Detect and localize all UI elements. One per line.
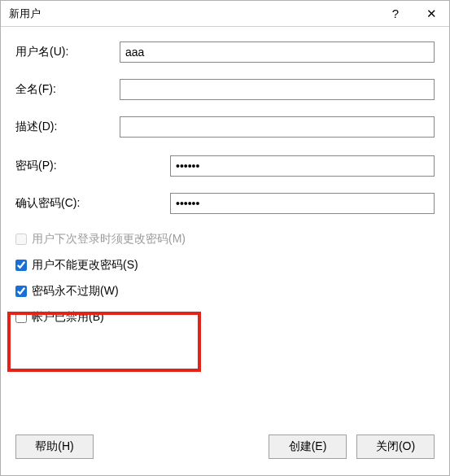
check-account-disabled[interactable]: 帐户已禁用(B) [15,310,435,325]
input-confirm-password[interactable] [170,193,435,214]
check-never-expires-label: 密码永不过期(W) [32,284,119,299]
password-section: 密码(P): 确认密码(C): [15,155,435,214]
new-user-dialog: 新用户 ? ✕ 用户名(U): 全名(F): 描述(D): 密码(P): 确认密… [0,0,450,476]
checkbox-never-expires[interactable] [15,286,27,297]
close-icon[interactable]: ✕ [413,1,449,27]
checkbox-cannot-change[interactable] [15,260,27,271]
label-username: 用户名(U): [15,45,120,59]
row-username: 用户名(U): [15,41,435,63]
label-description: 描述(D): [15,120,120,134]
input-fullname[interactable] [120,79,435,100]
dialog-title: 新用户 [9,7,378,21]
row-fullname: 全名(F): [15,79,435,100]
row-description: 描述(D): [15,116,435,138]
row-confirm-password: 确认密码(C): [15,193,435,214]
check-must-change-label: 用户下次登录时须更改密码(M) [32,232,186,247]
input-username[interactable] [120,41,435,63]
check-never-expires[interactable]: 密码永不过期(W) [15,284,435,299]
close-button[interactable]: 关闭(O) [356,435,435,459]
check-cannot-change[interactable]: 用户不能更改密码(S) [15,258,435,273]
create-button[interactable]: 创建(E) [269,435,347,459]
check-account-disabled-label: 帐户已禁用(B) [32,310,104,325]
button-bar: 帮助(H) 创建(E) 关闭(O) [1,423,449,475]
titlebar: 新用户 ? ✕ [1,1,449,27]
check-must-change: 用户下次登录时须更改密码(M) [15,232,435,247]
label-confirm-password: 确认密码(C): [15,196,170,211]
checkbox-must-change [15,234,27,245]
checkbox-group: 用户下次登录时须更改密码(M) 用户不能更改密码(S) 密码永不过期(W) 帐户… [15,232,435,325]
dialog-body: 用户名(U): 全名(F): 描述(D): 密码(P): 确认密码(C): [1,27,449,423]
help-icon[interactable]: ? [378,1,413,27]
label-fullname: 全名(F): [15,82,120,97]
input-password[interactable] [170,155,435,177]
row-password: 密码(P): [15,155,435,177]
label-password: 密码(P): [15,159,170,173]
help-button[interactable]: 帮助(H) [15,435,94,459]
checkbox-account-disabled[interactable] [15,312,27,323]
check-cannot-change-label: 用户不能更改密码(S) [32,258,138,273]
input-description[interactable] [120,116,435,138]
